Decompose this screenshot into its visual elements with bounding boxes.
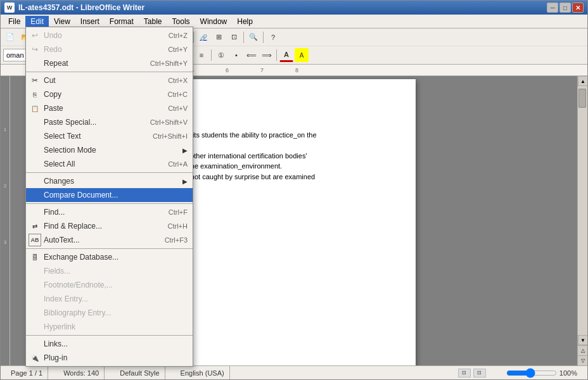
- scroll-extra-btn-1[interactable]: △: [578, 345, 587, 355]
- menu-item-hyperlink[interactable]: Hyperlink: [26, 320, 193, 334]
- app-icon: W: [4, 3, 15, 13]
- separator-7: [263, 32, 264, 43]
- page-info: Page 1 / 1: [6, 366, 48, 379]
- status-icons: ⊡ ⊡: [453, 369, 491, 377]
- repeat-shortcut: Ctrl+Shift+Y: [150, 60, 188, 67]
- menu-item-index-entry[interactable]: Index Entry...: [26, 292, 193, 306]
- menu-item-compare-document[interactable]: Compare Document...: [26, 188, 193, 202]
- changes-arrow: ▶: [182, 178, 188, 185]
- database-icon: 🗄: [29, 251, 41, 263]
- separator-5: [193, 32, 194, 43]
- outdent-button[interactable]: ⟸: [245, 48, 259, 62]
- help-toolbar[interactable]: ?: [266, 30, 280, 44]
- changes-label: Changes: [44, 177, 74, 186]
- zoom-slider[interactable]: [506, 369, 557, 377]
- menu-file[interactable]: File: [3, 16, 25, 27]
- maximize-button[interactable]: □: [559, 3, 571, 13]
- menu-edit[interactable]: Edit: [25, 16, 49, 27]
- separator-after-select: [26, 172, 193, 173]
- cut-icon: ✂: [29, 74, 41, 87]
- ruler-mark-6: 6: [226, 67, 229, 73]
- menu-format[interactable]: Format: [105, 16, 139, 27]
- vertical-scrollbar: ▲ ▼ △ ▽: [577, 76, 587, 365]
- menu-view[interactable]: View: [49, 16, 75, 27]
- indent-button[interactable]: ⟹: [260, 48, 274, 62]
- menu-help[interactable]: Help: [232, 16, 258, 27]
- bullets-button[interactable]: •: [229, 48, 243, 62]
- menu-item-paste-special[interactable]: Paste Special... Ctrl+Shift+V: [26, 115, 193, 129]
- menu-item-changes[interactable]: Changes ▶: [26, 174, 193, 188]
- numbering-button[interactable]: ①: [214, 48, 228, 62]
- menu-item-cut[interactable]: ✂ Cut Ctrl+X: [26, 73, 193, 87]
- menu-item-bibliography[interactable]: Bibliography Entry...: [26, 306, 193, 320]
- minimize-button[interactable]: ─: [547, 3, 558, 13]
- insert-object[interactable]: ⊡: [227, 30, 241, 44]
- find-label: Find...: [44, 208, 65, 217]
- repeat-label: Repeat: [44, 59, 68, 68]
- menu-item-paste[interactable]: 📋 Paste Ctrl+V: [26, 101, 193, 115]
- copy-label: Copy: [44, 90, 61, 99]
- redo-shortcut: Ctrl+Y: [168, 46, 188, 53]
- menu-item-fields[interactable]: Fields...: [26, 264, 193, 278]
- cut-shortcut: Ctrl+X: [168, 77, 188, 84]
- window-controls: ─ □ ✕: [547, 3, 584, 13]
- font-color-button[interactable]: A: [279, 48, 293, 62]
- menu-insert[interactable]: Insert: [75, 16, 105, 27]
- menu-item-footnote[interactable]: Footnote/Endnote,...: [26, 278, 193, 292]
- zoom-area: 100%: [501, 369, 582, 377]
- bibliography-label: Bibliography Entry...: [44, 308, 112, 317]
- left-panel: 1 2 3: [1, 76, 10, 365]
- autotext-label: AutoText...: [44, 236, 80, 244]
- scroll-down-button[interactable]: ▼: [578, 335, 587, 345]
- fields-label: Fields...: [44, 267, 70, 276]
- close-button[interactable]: ✕: [572, 3, 584, 13]
- menu-item-links[interactable]: Links...: [26, 337, 193, 351]
- fmt-sep-3: [211, 49, 212, 61]
- menu-item-autotext[interactable]: AB AutoText... Ctrl+F3: [26, 233, 193, 247]
- menu-item-copy[interactable]: ⎘ Copy Ctrl+C: [26, 87, 193, 101]
- menu-item-select-all[interactable]: Select All Ctrl+A: [26, 157, 193, 171]
- hyperlink-label: Hyperlink: [44, 322, 75, 331]
- paste-special-shortcut: Ctrl+Shift+V: [150, 118, 188, 126]
- table-button[interactable]: ⊞: [212, 30, 226, 44]
- scroll-track[interactable]: [578, 86, 587, 335]
- menu-item-redo[interactable]: ↪ Redo Ctrl+Y: [26, 42, 193, 56]
- autotext-shortcut: Ctrl+F3: [165, 236, 188, 244]
- window-title: IL-ates4357.odt - LibreOffice Writer: [18, 3, 543, 12]
- scroll-up-button[interactable]: ▲: [578, 76, 587, 86]
- zoom-label: 100%: [559, 369, 577, 377]
- word-count: Words: 140: [58, 366, 105, 379]
- find-toolbar[interactable]: 🔍: [246, 30, 260, 44]
- menu-item-select-text[interactable]: Select Text Ctrl+Shift+I: [26, 129, 193, 143]
- menu-table[interactable]: Table: [139, 16, 167, 27]
- menu-item-find-replace[interactable]: ⇄ Find & Replace... Ctrl+H: [26, 219, 193, 233]
- highlight-button[interactable]: A: [295, 48, 309, 62]
- menu-item-exchange-database[interactable]: 🗄 Exchange Database...: [26, 250, 193, 264]
- menu-window[interactable]: Window: [195, 16, 233, 27]
- ruler-mark-8: 8: [295, 67, 298, 73]
- align-justify[interactable]: ≡: [195, 48, 208, 62]
- hyperlink-button[interactable]: 🔗: [196, 30, 210, 44]
- footnote-label: Footnote/Endnote,...: [44, 281, 113, 289]
- menu-item-plugin[interactable]: 🔌 Plug-in: [26, 351, 193, 365]
- find-shortcut: Ctrl+F: [169, 208, 188, 216]
- new-button[interactable]: 📄: [3, 30, 17, 44]
- find-replace-label: Find & Replace...: [44, 222, 102, 231]
- menu-item-find[interactable]: Find... Ctrl+F: [26, 205, 193, 219]
- status-bar: Page 1 / 1 Words: 140 Default Style Engl…: [1, 365, 587, 379]
- menu-item-repeat[interactable]: Repeat Ctrl+Shift+Y: [26, 56, 193, 70]
- ruler-mark-7: 7: [260, 67, 264, 73]
- menu-tools[interactable]: Tools: [167, 16, 195, 27]
- scroll-extra-btn-2[interactable]: ▽: [578, 355, 587, 365]
- fmt-sep-4: [276, 49, 277, 61]
- copy-shortcut: Ctrl+C: [168, 91, 188, 98]
- copy-icon: ⎘: [29, 88, 41, 101]
- separator-after-hyperlink: [26, 335, 193, 336]
- paste-icon: 📋: [29, 102, 41, 115]
- select-all-shortcut: Ctrl+A: [168, 160, 188, 168]
- status-icon-1: ⊡: [458, 369, 471, 377]
- menu-item-selection-mode[interactable]: Selection Mode ▶: [26, 143, 193, 157]
- menu-item-undo[interactable]: ↩ Undo Ctrl+Z: [26, 28, 193, 42]
- redo-icon: ↪: [29, 43, 41, 56]
- paste-special-label: Paste Special...: [44, 118, 96, 127]
